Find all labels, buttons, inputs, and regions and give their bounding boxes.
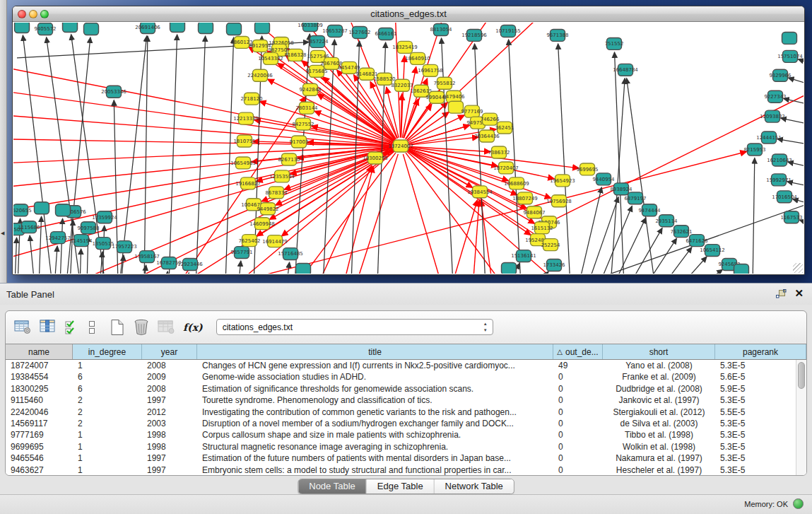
- table-cell[interactable]: 5.3E-5: [715, 360, 806, 371]
- table-cell[interactable]: 9777169: [6, 429, 73, 440]
- column-header-out_de[interactable]: △out_de...: [553, 344, 603, 359]
- table-cell[interactable]: 5.3E-5: [715, 429, 806, 440]
- network-edge[interactable]: [165, 271, 167, 274]
- network-node[interactable]: 18640910: [405, 52, 430, 64]
- column-header-name[interactable]: name: [6, 344, 73, 359]
- table-cell[interactable]: 9115460: [6, 395, 73, 406]
- table-cell[interactable]: Tourette syndrome. Phenomenology and cla…: [197, 395, 553, 406]
- table-cell[interactable]: 22420046: [6, 407, 73, 418]
- table-cell[interactable]: Yano et al. (2008): [603, 360, 715, 371]
- network-node[interactable]: 16033809: [298, 23, 323, 31]
- table-cell[interactable]: Franke et al. (2009): [603, 371, 715, 382]
- network-svg[interactable]: 9405572206914061603380978572241065328715…: [13, 23, 804, 274]
- table-cell[interactable]: 5.9E-5: [715, 383, 806, 395]
- network-node[interactable]: 6471626: [686, 235, 707, 247]
- column-header-in_degree[interactable]: in_degree: [73, 344, 142, 359]
- network-edge[interactable]: [799, 220, 804, 227]
- network-node[interactable]: 12942757: [45, 232, 71, 244]
- network-edge[interactable]: [536, 85, 804, 228]
- network-node[interactable]: 751552: [605, 37, 624, 49]
- table-scrollbar-thumb[interactable]: [798, 362, 805, 389]
- network-node[interactable]: 12353594: [269, 170, 295, 182]
- table-cell[interactable]: Estimation of significance thresholds fo…: [197, 383, 553, 395]
- network-node[interactable]: 19756928: [546, 195, 572, 207]
- table-cell[interactable]: 5.5E-5: [715, 407, 806, 418]
- select-columns-icon[interactable]: [64, 320, 80, 335]
- column-header-title[interactable]: title: [197, 344, 553, 359]
- table-cell[interactable]: 2008: [142, 383, 197, 395]
- network-edge[interactable]: [784, 98, 804, 107]
- table-cell[interactable]: Changes of HCN gene expression and I(f) …: [197, 360, 553, 371]
- minimize-window-button[interactable]: [29, 10, 37, 18]
- network-edge[interactable]: [225, 37, 234, 274]
- network-node[interactable]: 10654983: [230, 157, 256, 169]
- network-node[interactable]: [170, 23, 185, 32]
- network-edge[interactable]: [409, 146, 490, 151]
- table-cell[interactable]: Genome-wide association studies in ADHD.: [197, 371, 553, 382]
- network-node[interactable]: 9097588: [77, 222, 99, 234]
- table-cell[interactable]: Jankovic et al. (1997): [603, 395, 715, 406]
- table-cell[interactable]: 5.3E-5: [715, 465, 806, 475]
- table-cell[interactable]: 1997: [142, 395, 197, 406]
- network-node[interactable]: 9227343: [764, 90, 786, 103]
- tab-node-table[interactable]: Node Table: [298, 479, 367, 493]
- network-node[interactable]: 15992971: [766, 174, 792, 186]
- network-edge[interactable]: [30, 235, 35, 274]
- network-node[interactable]: 10719155: [495, 25, 521, 37]
- table-scrollbar[interactable]: [796, 360, 806, 475]
- table-cell[interactable]: 1: [73, 465, 142, 475]
- table-cell[interactable]: 2003: [142, 418, 197, 429]
- table-cell[interactable]: Wolkin et al. (1998): [603, 441, 715, 452]
- network-edge[interactable]: [558, 44, 570, 274]
- left-panel-divider[interactable]: ◀: [0, 0, 7, 283]
- network-node[interactable]: [227, 23, 242, 35]
- network-node[interactable]: 16914479: [262, 235, 288, 247]
- table-cell[interactable]: Disruption of a novel member of a sodium…: [197, 418, 553, 429]
- network-edge[interactable]: [628, 228, 662, 274]
- network-edge[interactable]: [696, 269, 722, 274]
- network-node[interactable]: [84, 23, 99, 35]
- network-node[interactable]: [63, 23, 78, 32]
- network-edge[interactable]: [144, 36, 148, 274]
- network-node[interactable]: 9242848: [299, 83, 321, 95]
- table-cell[interactable]: 2009: [142, 371, 197, 382]
- network-node[interactable]: 8813054: [430, 23, 452, 35]
- table-cell[interactable]: 2: [73, 407, 142, 418]
- network-table-selector[interactable]: citations_edges.txt ▲▼: [216, 319, 493, 335]
- table-cell[interactable]: 0: [553, 441, 603, 452]
- table-cell[interactable]: 0: [553, 452, 603, 464]
- network-node[interactable]: 9440954: [592, 173, 615, 185]
- table-cell[interactable]: 6: [73, 371, 142, 382]
- column-header-pagerank[interactable]: pagerank: [715, 344, 806, 359]
- tab-network-table[interactable]: Network Table: [435, 479, 514, 493]
- network-node[interactable]: 16648784: [613, 64, 638, 76]
- network-node[interactable]: 1527602: [348, 26, 370, 38]
- network-node[interactable]: 8215953: [743, 144, 765, 156]
- network-node[interactable]: 10654112: [700, 245, 725, 257]
- network-node[interactable]: 10688609: [504, 177, 529, 189]
- network-edge[interactable]: [798, 59, 804, 66]
- table-cell[interactable]: 1998: [142, 429, 197, 440]
- network-node[interactable]: 17957223: [112, 241, 137, 253]
- table-row[interactable]: 1938455462009Genome-wide association stu…: [6, 371, 806, 382]
- table-cell[interactable]: 5.3E-5: [715, 418, 806, 429]
- network-edge[interactable]: [238, 261, 241, 274]
- network-node[interactable]: 15136141: [511, 250, 536, 262]
- table-cell[interactable]: 1998: [142, 441, 197, 452]
- table-row[interactable]: 1830029562008Estimation of significance …: [6, 383, 806, 395]
- table-row[interactable]: 1456911722003Disruption of a novel membe…: [6, 418, 806, 429]
- network-node[interactable]: 1145194: [70, 235, 93, 247]
- table-cell[interactable]: de Silva et al. (2003): [603, 418, 715, 429]
- close-panel-icon[interactable]: ✕: [794, 287, 804, 300]
- rows-icon[interactable]: [88, 320, 96, 334]
- network-node[interactable]: [734, 264, 749, 274]
- network-node[interactable]: 1350515: [92, 238, 114, 250]
- table-cell[interactable]: 19384554: [6, 371, 73, 382]
- float-panel-icon[interactable]: [775, 289, 787, 299]
- network-node[interactable]: 7955812: [433, 77, 455, 89]
- network-node[interactable]: 746266: [481, 113, 500, 125]
- resize-grip-icon[interactable]: [793, 263, 803, 273]
- network-node[interactable]: [199, 23, 213, 33]
- table-row[interactable]: 1872400712008Changes of HCN gene express…: [6, 360, 806, 371]
- maximize-window-button[interactable]: [40, 10, 49, 18]
